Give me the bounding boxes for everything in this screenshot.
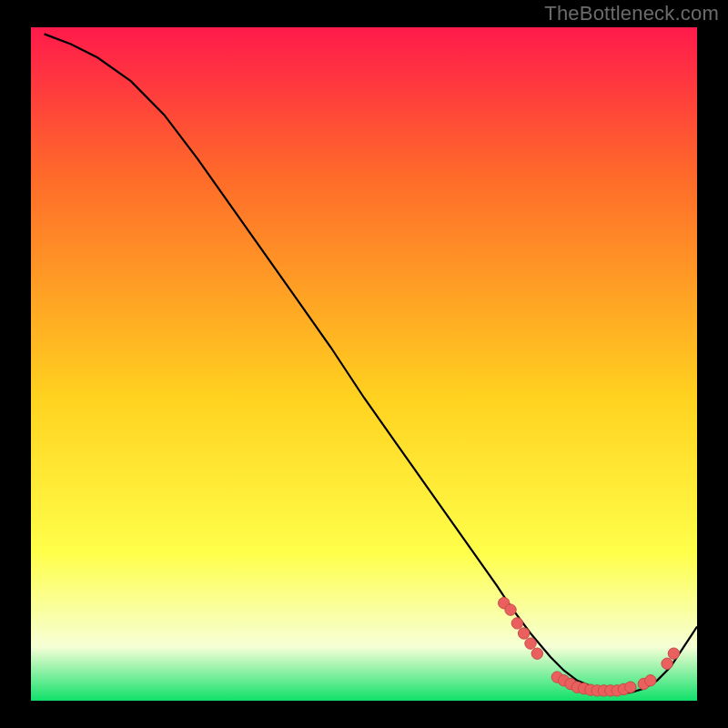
data-marker xyxy=(505,604,516,615)
data-marker xyxy=(645,675,656,686)
data-marker xyxy=(511,618,522,629)
data-marker xyxy=(518,628,529,639)
chart-frame: TheBottleneck.com xyxy=(0,0,728,728)
watermark-text: TheBottleneck.com xyxy=(544,2,719,25)
plot-area xyxy=(31,27,697,701)
data-marker xyxy=(625,682,636,693)
chart-svg xyxy=(31,27,697,701)
data-marker xyxy=(668,648,679,659)
data-marker xyxy=(662,658,672,669)
data-marker xyxy=(531,648,542,659)
gradient-background xyxy=(31,27,697,701)
data-marker xyxy=(525,638,536,649)
